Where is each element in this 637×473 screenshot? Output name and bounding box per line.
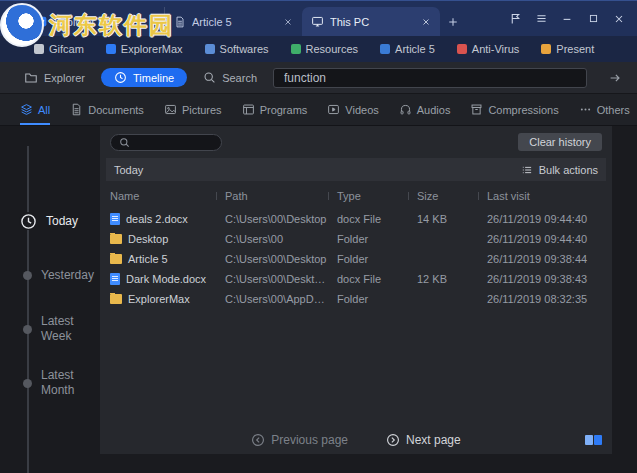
filter-audios[interactable]: Audios — [399, 94, 451, 125]
explorer-label: Explorer — [44, 72, 85, 84]
file-path: C:\Users\00\Desktop — [216, 213, 328, 225]
archive-icon — [470, 103, 483, 116]
bookmark-gifcam[interactable]: Gifcam — [34, 43, 84, 55]
filter-others[interactable]: Others — [579, 94, 630, 125]
program-window-icon — [242, 103, 255, 116]
explorer-mode-button[interactable]: Explorer — [24, 71, 85, 85]
bookmark-resources[interactable]: Resources — [291, 43, 359, 55]
tab-this-pc[interactable]: This PC — [302, 7, 440, 36]
table-row[interactable]: deals 2.docx C:\Users\00\Desktop docx Fi… — [100, 209, 612, 229]
timeline-node-latest-month[interactable]: Latest Month — [0, 368, 93, 398]
category-filter-bar: All Documents Pictures Programs Videos A… — [0, 94, 637, 126]
bookmark-present[interactable]: Present — [541, 43, 594, 55]
timeline-label: Timeline — [133, 72, 174, 84]
minimize-icon[interactable] — [555, 7, 579, 31]
filter-pictures[interactable]: Pictures — [164, 94, 222, 125]
file-size: 12 KB — [408, 273, 478, 285]
table-row[interactable]: ExplorerMax C:\Users\00\AppData\ Folder … — [100, 289, 612, 309]
bookmarks-bar: Gifcam ExplorerMax Softwares Resources A… — [0, 36, 637, 62]
close-icon[interactable] — [421, 17, 431, 27]
tab-label: Article 5 — [192, 16, 277, 28]
column-last-visit[interactable]: Last visit — [478, 190, 612, 202]
navigation-bar: Explorer Timeline Search — [0, 62, 637, 94]
search-query-input[interactable] — [273, 68, 587, 88]
file-name: Article 5 — [128, 253, 168, 265]
section-bar: Today Bulk actions — [106, 158, 606, 181]
grid-view-toggle-icon[interactable] — [585, 435, 602, 445]
app-logo-icon — [35, 15, 48, 28]
timeline-dot — [23, 379, 32, 388]
timeline-mode-button[interactable]: Timeline — [101, 68, 187, 87]
file-type: Folder — [328, 253, 408, 265]
file-path: C:\Users\00\Desktop — [216, 253, 328, 265]
filter-all[interactable]: All — [20, 94, 50, 125]
table-row[interactable]: Dark Mode.docx C:\Users\00\Desktop\ docx… — [100, 269, 612, 289]
rail-label: Today — [46, 214, 98, 229]
search-label: Search — [222, 72, 257, 84]
maximize-icon[interactable] — [581, 7, 605, 31]
favicon — [457, 44, 467, 54]
column-size[interactable]: Size — [408, 190, 478, 202]
timeline-node-yesterday[interactable]: Yesterday — [0, 268, 93, 283]
bookmark-explorermax[interactable]: ExplorerMax — [106, 43, 183, 55]
bookmark-article-5[interactable]: Article 5 — [380, 43, 435, 55]
view-pane-left — [585, 435, 593, 445]
filter-search-input[interactable] — [110, 134, 222, 151]
filter-programs[interactable]: Programs — [242, 94, 308, 125]
close-icon[interactable] — [283, 17, 293, 27]
section-title: Today — [114, 164, 143, 176]
previous-page-button[interactable]: Previous page — [251, 433, 348, 447]
timeline-dot — [23, 271, 32, 280]
main-area: Today Yesterday Latest Week Latest Month… — [0, 126, 637, 473]
search-mode-button[interactable]: Search — [203, 71, 257, 84]
timeline-node-latest-week[interactable]: Latest Week — [0, 314, 93, 344]
timeline-content-panel: Clear history Today Bulk actions Name Pa… — [100, 126, 612, 454]
flag-icon[interactable] — [503, 7, 527, 31]
menu-icon[interactable] — [529, 7, 553, 31]
bulk-actions-label: Bulk actions — [539, 164, 598, 176]
folder-icon — [24, 71, 38, 85]
column-type[interactable]: Type — [328, 190, 408, 202]
file-type: docx File — [328, 213, 408, 225]
filter-label: Compressions — [488, 104, 558, 116]
headphones-icon — [399, 103, 412, 116]
clear-history-button[interactable]: Clear history — [518, 133, 602, 151]
next-page-button[interactable]: Next page — [386, 433, 461, 447]
column-path[interactable]: Path — [216, 190, 328, 202]
filter-documents[interactable]: Documents — [70, 94, 144, 125]
ellipsis-icon — [579, 103, 592, 116]
bookmark-softwares[interactable]: Softwares — [205, 43, 269, 55]
clock-icon — [114, 71, 127, 84]
folder-icon — [110, 254, 122, 264]
column-name[interactable]: Name — [110, 190, 216, 202]
timeline-node-today[interactable]: Today — [0, 212, 98, 230]
document-icon — [174, 16, 186, 28]
filter-label: Pictures — [182, 104, 222, 116]
close-icon[interactable] — [607, 7, 631, 31]
file-name: deals 2.docx — [126, 213, 188, 225]
tab-label: This PC — [330, 16, 415, 28]
new-tab-button[interactable] — [440, 7, 466, 36]
file-name: ExplorerMax — [128, 293, 190, 305]
file-last-visit: 26/11/2019 09:44:40 — [478, 213, 612, 225]
file-icon — [110, 213, 120, 225]
bookmark-label: Anti-Virus — [472, 43, 519, 55]
bookmark-label: Gifcam — [49, 43, 84, 55]
bulk-actions-button[interactable]: Bulk actions — [521, 164, 598, 176]
filter-videos[interactable]: Videos — [327, 94, 378, 125]
table-header: Name Path Type Size Last visit — [100, 183, 612, 209]
go-arrow-icon[interactable] — [603, 66, 627, 90]
document-icon — [70, 103, 83, 116]
titlebar: Explorer Max Article 5 This PC — [0, 0, 637, 36]
tab-article-5[interactable]: Article 5 — [164, 7, 302, 36]
file-last-visit: 26/11/2019 08:32:35 — [478, 293, 612, 305]
tab-explorer-max[interactable]: Explorer Max — [26, 7, 164, 36]
table-row[interactable]: Desktop C:\Users\00 Folder 26/11/2019 09… — [100, 229, 612, 249]
monitor-icon — [311, 15, 324, 28]
filter-label: Documents — [88, 104, 144, 116]
favicon — [205, 44, 215, 54]
file-type: Folder — [328, 233, 408, 245]
table-row[interactable]: Article 5 C:\Users\00\Desktop Folder 26/… — [100, 249, 612, 269]
filter-compressions[interactable]: Compressions — [470, 94, 558, 125]
bookmark-anti-virus[interactable]: Anti-Virus — [457, 43, 519, 55]
